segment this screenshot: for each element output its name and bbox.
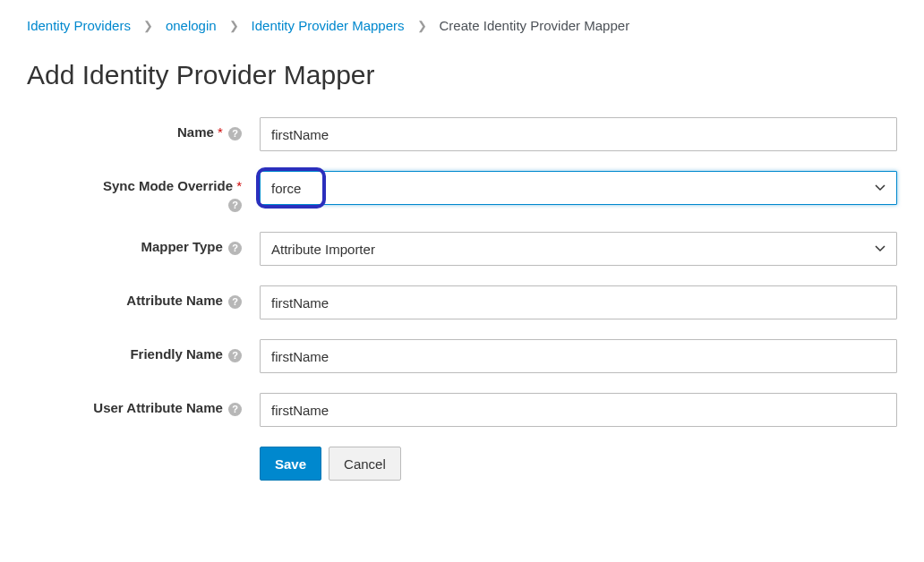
label-friendly-name-text: Friendly Name [130, 346, 222, 362]
label-sync-mode: Sync Mode Override * ? [27, 171, 260, 212]
row-sync-mode: Sync Mode Override * ? force [27, 171, 897, 212]
user-attribute-name-input[interactable] [260, 393, 897, 427]
help-icon[interactable]: ? [228, 403, 242, 416]
help-icon[interactable]: ? [228, 199, 242, 212]
label-attribute-name: Attribute Name ? [27, 285, 260, 309]
label-mapper-type-text: Mapper Type [141, 239, 222, 254]
mapper-form: Name * ? Sync Mode Override * ? force [27, 117, 897, 481]
row-name: Name * ? [27, 117, 897, 151]
label-name: Name * ? [27, 117, 260, 140]
chevron-right-icon: ❯ [417, 19, 427, 32]
help-icon[interactable]: ? [228, 242, 242, 255]
label-attribute-name-text: Attribute Name [126, 293, 223, 308]
name-input[interactable] [260, 117, 897, 151]
breadcrumb-link-identity-providers[interactable]: Identity Providers [27, 18, 131, 33]
sync-mode-select[interactable]: force [260, 171, 897, 205]
button-row: Save Cancel [27, 447, 897, 481]
row-user-attribute-name: User Attribute Name ? [27, 393, 897, 427]
help-icon[interactable]: ? [228, 349, 242, 362]
help-icon[interactable]: ? [228, 127, 242, 140]
breadcrumb-link-mappers[interactable]: Identity Provider Mappers [252, 18, 405, 33]
label-name-text: Name [177, 124, 214, 140]
label-friendly-name: Friendly Name ? [27, 339, 260, 362]
label-sync-mode-text: Sync Mode Override [103, 178, 233, 193]
row-mapper-type: Mapper Type ? Attribute Importer [27, 232, 897, 266]
page-title: Add Identity Provider Mapper [27, 60, 897, 90]
row-friendly-name: Friendly Name ? [27, 339, 897, 373]
row-attribute-name: Attribute Name ? [27, 285, 897, 319]
required-asterisk: * [218, 124, 223, 140]
label-mapper-type: Mapper Type ? [27, 232, 260, 255]
help-icon[interactable]: ? [228, 295, 242, 309]
friendly-name-input[interactable] [260, 339, 897, 373]
chevron-right-icon: ❯ [229, 19, 239, 32]
required-asterisk: * [236, 178, 242, 193]
attribute-name-input[interactable] [260, 285, 897, 319]
breadcrumb: Identity Providers ❯ onelogin ❯ Identity… [27, 18, 897, 33]
cancel-button[interactable]: Cancel [329, 447, 401, 481]
label-user-attribute-name: User Attribute Name ? [27, 393, 260, 416]
breadcrumb-link-onelogin[interactable]: onelogin [166, 18, 217, 33]
label-user-attribute-name-text: User Attribute Name [93, 400, 222, 415]
chevron-right-icon: ❯ [143, 19, 153, 32]
mapper-type-select[interactable]: Attribute Importer [260, 232, 897, 266]
save-button[interactable]: Save [260, 447, 321, 481]
breadcrumb-current: Create Identity Provider Mapper [440, 18, 630, 33]
